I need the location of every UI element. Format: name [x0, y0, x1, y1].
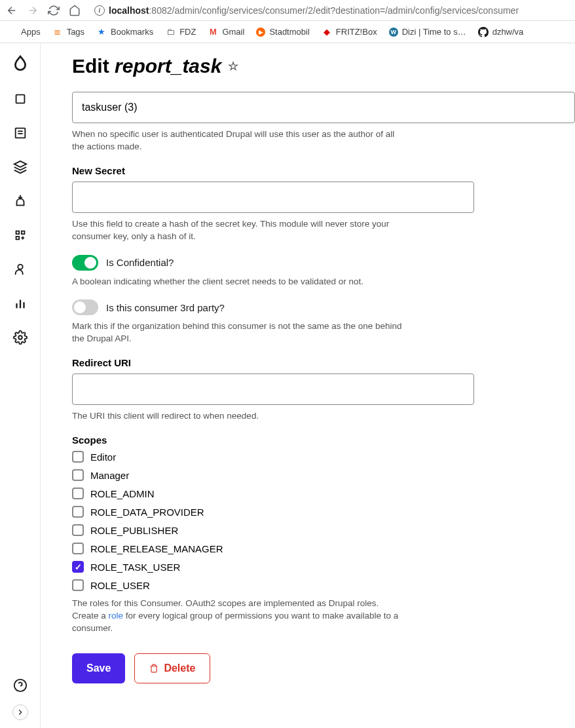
scope-label: Manager [90, 470, 129, 481]
page-title: Edit report_task ☆ [72, 55, 575, 77]
url-host: localhost [109, 5, 149, 16]
scope-checkbox[interactable] [72, 524, 84, 536]
bookmark-stadtmobil[interactable]: ▶ Stadtmobil [256, 27, 309, 37]
scope-checkbox[interactable] [72, 506, 84, 518]
thirdparty-help: Mark this if the organization behind thi… [72, 320, 406, 345]
scopes-list: EditorManagerROLE_ADMINROLE_DATA_PROVIDE… [72, 451, 575, 591]
scope-label: ROLE_RELEASE_MANAGER [90, 543, 223, 554]
forward-button[interactable] [26, 4, 39, 17]
home-button[interactable] [68, 4, 81, 17]
scope-row: ROLE_PUBLISHER [72, 524, 575, 536]
wordpress-icon: W [389, 28, 398, 37]
confidential-help: A boolean indicating whether the client … [72, 276, 406, 288]
bookmark-gmail[interactable]: M Gmail [208, 27, 244, 37]
redirect-input[interactable] [72, 374, 474, 405]
delete-button[interactable]: Delete [134, 653, 210, 683]
save-button[interactable]: Save [72, 653, 125, 683]
scope-row: ROLE_USER [72, 579, 575, 591]
stadtmobil-icon: ▶ [256, 28, 265, 37]
svg-rect-0 [16, 95, 24, 104]
layers-icon[interactable] [13, 160, 28, 174]
scope-row: ROLE_DATA_PROVIDER [72, 506, 575, 518]
role-link[interactable]: role [109, 611, 124, 621]
bookmark-github[interactable]: dzhw/va [478, 27, 524, 37]
scope-label: ROLE_TASK_USER [90, 562, 180, 573]
confidential-label: Is Confidential? [106, 257, 174, 268]
extend-icon[interactable] [13, 228, 28, 242]
reports-icon[interactable] [13, 296, 28, 311]
redirect-label: Redirect URI [72, 357, 575, 368]
structure-icon[interactable] [13, 126, 28, 140]
settings-icon[interactable] [13, 330, 28, 345]
apps-icon [7, 27, 17, 37]
scopes-help: The roles for this Consumer. OAuth2 scop… [72, 598, 406, 635]
scopes-label: Scopes [72, 434, 575, 446]
svg-point-5 [18, 265, 22, 269]
scope-checkbox[interactable] [72, 579, 84, 591]
scope-label: ROLE_PUBLISHER [90, 525, 178, 536]
gmail-icon: M [208, 27, 218, 37]
browser-chrome: i localhost:8082/admin/config/services/c… [0, 0, 575, 21]
favorite-button[interactable]: ☆ [228, 59, 238, 73]
secret-help: Use this field to create a hash of the s… [72, 218, 406, 243]
confidential-toggle[interactable] [72, 255, 98, 271]
bookmark-fdz[interactable]: 🗀 FDZ [165, 27, 196, 37]
url-bar[interactable]: i localhost:8082/admin/config/services/c… [89, 5, 570, 16]
fritz-icon: ◆ [322, 27, 332, 37]
bookmark-dizi[interactable]: W Dizi | Time to s… [389, 27, 466, 37]
thirdparty-label: Is this consumer 3rd party? [106, 302, 225, 313]
scope-row: ROLE_RELEASE_MANAGER [72, 543, 575, 554]
bookmark-apps[interactable]: Apps [7, 27, 41, 37]
trash-icon [149, 664, 158, 673]
scope-checkbox[interactable] [72, 543, 84, 554]
scope-row: Manager [72, 469, 575, 481]
bookmark-bookmarks[interactable]: ★ Bookmarks [96, 27, 153, 37]
scope-row: ROLE_TASK_USER [72, 561, 575, 573]
info-icon: i [94, 5, 105, 16]
user-input[interactable] [72, 92, 575, 123]
scope-row: ROLE_ADMIN [72, 488, 575, 499]
thirdparty-toggle[interactable] [72, 299, 98, 315]
scope-row: Editor [72, 451, 575, 463]
svg-point-9 [18, 335, 22, 339]
admin-sidebar [0, 43, 41, 728]
redirect-help: The URI this client will redirect to whe… [72, 410, 406, 423]
scope-checkbox[interactable] [72, 561, 84, 573]
appearance-icon[interactable] [13, 194, 28, 208]
folder-icon: 🗀 [165, 27, 176, 37]
stackoverflow-icon: ≣ [52, 27, 63, 37]
content-icon[interactable] [13, 92, 28, 106]
scope-label: ROLE_ADMIN [90, 488, 155, 499]
url-path: :8082/admin/config/services/consumer/2/e… [149, 5, 519, 16]
back-button[interactable] [5, 4, 18, 17]
bookmark-fritz[interactable]: ◆ FRITZ!Box [322, 27, 377, 37]
github-icon [478, 27, 489, 37]
reload-button[interactable] [47, 4, 60, 17]
main-content: Edit report_task ☆ When no specific user… [41, 43, 575, 728]
bookmarks-bar: Apps ≣ Tags ★ Bookmarks 🗀 FDZ M Gmail ▶ … [0, 21, 575, 43]
scope-label: ROLE_DATA_PROVIDER [90, 507, 204, 518]
scope-label: ROLE_USER [90, 580, 150, 591]
svg-marker-4 [14, 161, 26, 167]
scope-checkbox[interactable] [72, 469, 84, 481]
expand-icon[interactable] [12, 704, 28, 720]
secret-input[interactable] [72, 182, 474, 213]
scope-label: Editor [90, 451, 116, 463]
user-help: When no specific user is authenticated D… [72, 128, 406, 153]
scope-checkbox[interactable] [72, 488, 84, 499]
scope-checkbox[interactable] [72, 451, 84, 463]
secret-label: New Secret [72, 165, 575, 176]
star-icon: ★ [96, 27, 107, 37]
people-icon[interactable] [13, 262, 28, 277]
drupal-logo-icon[interactable] [12, 55, 29, 72]
bookmark-tags[interactable]: ≣ Tags [52, 27, 84, 37]
help-icon[interactable] [13, 678, 28, 693]
